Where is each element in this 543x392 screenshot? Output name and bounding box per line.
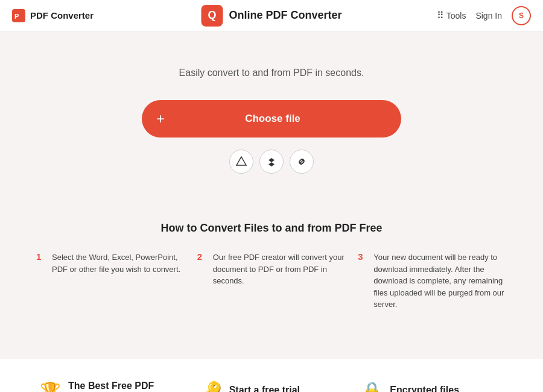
feature-best-free-converter: 🏆 The Best Free PDF Converter No matter … [30,381,191,393]
choose-file-label: Choose file [159,113,387,125]
how-to-title: How to Convert Files to and from PDF Fre… [36,222,507,235]
brand-name: PDF Converter [30,10,94,21]
features-section: 🏆 The Best Free PDF Converter No matter … [0,359,543,393]
how-to-section: How to Convert Files to and from PDF Fre… [12,198,531,335]
avatar[interactable]: S [512,6,531,25]
feature-title-0: The Best Free PDF Converter [68,381,182,393]
feature-icon-2: 🔒 [361,381,383,393]
feature-icon-row-1: 🔑 Start a free trial [201,381,343,393]
signin-button[interactable]: Sign In [475,11,502,21]
link-icon [296,156,308,168]
feature-encrypted-files: 🔒 Encrypted files We care about the priv… [352,381,513,393]
feature-free-trial: 🔑 Start a free trial With a free trial o… [191,381,352,393]
brand-logo-section: P PDF Converter [12,9,94,22]
dropbox-icon [265,156,278,168]
grid-icon: ⠿ [437,10,443,21]
tagline: Easily convert to and from PDF in second… [179,68,364,78]
center-title: Online PDF Converter [229,9,341,22]
step-number-2: 2 [197,251,206,262]
step-number-3: 3 [358,251,366,262]
pdf-icon: P [12,9,25,22]
svg-marker-2 [237,157,246,165]
header: P PDF Converter Q Online PDF Converter ⠿… [0,0,543,31]
step-text-2: Our free PDF creator will convert your d… [213,251,346,287]
header-right: ⠿ Tools Sign In S [437,6,531,25]
feature-icon-1: 🔑 [201,381,222,393]
google-drive-icon [235,156,247,168]
feature-icon-row-2: 🔒 Encrypted files [361,381,503,393]
svg-text:P: P [14,13,19,20]
steps-row: 1 Select the Word, Excel, PowerPoint, PD… [36,251,507,311]
header-center: Q Online PDF Converter [201,5,341,27]
dropbox-button[interactable] [259,150,284,174]
center-logo-icon: Q [201,5,223,27]
cloud-upload-icons [229,150,314,174]
main-content: Easily convert to and from PDF in second… [0,31,543,359]
step-1: 1 Select the Word, Excel, PowerPoint, PD… [36,251,185,311]
step-2: 2 Our free PDF creator will convert your… [197,251,346,311]
tools-label: Tools [446,11,466,21]
center-logo-letter: Q [208,9,216,22]
feature-title-2: Encrypted files [390,385,459,392]
choose-file-button[interactable]: + Choose file [142,100,401,138]
step-text-3: Your new document will be ready to downl… [373,251,507,311]
feature-icon-0: 🏆 [40,381,61,392]
link-button[interactable] [290,150,314,174]
tools-button[interactable]: ⠿ Tools [437,10,466,21]
step-3: 3 Your new document will be ready to dow… [358,251,507,311]
feature-title-1: Start a free trial [229,385,300,392]
feature-icon-row-0: 🏆 The Best Free PDF Converter [40,381,182,393]
svg-marker-3 [268,158,275,166]
step-text-1: Select the Word, Excel, PowerPoint, PDF … [52,251,185,275]
step-number-1: 1 [36,251,45,262]
google-drive-button[interactable] [229,150,253,174]
